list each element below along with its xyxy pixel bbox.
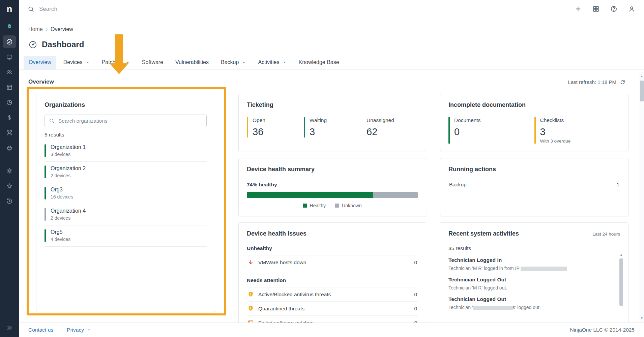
issue-row[interactable]: Active/Blocked antivirus threats 0 [247,287,418,301]
org-name: Organization 1 [51,144,207,150]
sidebar-item-favorites[interactable] [3,180,16,192]
issue-label: VMWare hosts down [258,259,306,266]
sidebar-item-settings[interactable] [3,164,16,177]
health-progress-bar [247,192,418,198]
page-title: Dashboard [42,40,84,49]
help-button[interactable] [610,5,617,12]
device-health-summary-title: Device health summary [247,166,418,173]
issue-label: Failed software patches [258,320,314,323]
gear-icon [6,167,13,174]
org-device-count: 2 devices [51,173,207,178]
tab-software[interactable]: Software [137,56,168,69]
user-profile-button[interactable] [628,5,635,12]
organizations-list: Organization 1 3 devices Organization 2 … [45,141,207,247]
page-header: Dashboard [19,32,644,49]
add-new-button[interactable] [575,5,582,12]
tab-devices[interactable]: Devices [58,56,95,69]
breadcrumb-home[interactable]: Home [28,26,43,32]
arrow-down-red-icon [247,259,254,266]
stat-value: 3 [540,126,620,137]
stat-label: Documents [454,117,534,123]
tab-label: Overview [29,59,51,65]
stat-label: Waiting [310,117,361,123]
sidebar-item-asset-discovery[interactable] [3,126,16,139]
organization-row[interactable]: Org3 16 devices [45,183,207,204]
tab-overview[interactable]: Overview [24,56,56,69]
chevron-down-icon [242,60,246,64]
contact-us-link[interactable]: Contact us [28,327,53,333]
issue-row[interactable]: Failed software patches 0 [247,315,418,323]
activity-title: Technician Logged In [448,257,610,263]
sidebar-item-dashboard[interactable] [3,35,16,48]
tab-activities[interactable]: Activities [253,56,291,69]
redacted-block [473,306,513,310]
tab-knowledge-base[interactable]: Knowledge Base [294,56,344,69]
ninjaone-logo[interactable]: n [7,0,12,18]
org-status-bar [45,187,46,200]
dashboard-gauge-icon [28,40,37,49]
tab-label: Activities [258,59,279,65]
sidebar-item-remote-tools[interactable] [3,81,16,94]
org-name: Org5 [51,229,207,235]
recent-activities-card: Recent system activities Last 24 hours 3… [440,222,628,323]
org-status-bar [45,229,46,242]
documentation-stat-checklists[interactable]: Checklists 3 With 3 overdue [534,117,620,144]
activity-item[interactable]: Technician Logged In Technician 'M R' lo… [448,257,620,271]
sidebar-expand-button[interactable] [3,321,16,334]
ticketing-stat-waiting[interactable]: Waiting 3 [304,117,361,137]
overview-section-header: Overview Last refresh: 1:18 PM [19,70,644,85]
chevron-down-icon [86,60,90,64]
activity-subtitle-text: s' logged out. [513,305,541,310]
ticketing-stat-open[interactable]: Open 36 [247,117,304,137]
organizations-search-input[interactable] [58,118,202,124]
org-name: Organization 2 [51,165,207,172]
tab-vulnerabilities[interactable]: Vulnerabilities [170,56,214,69]
sidebar-item-history[interactable] [3,195,16,208]
scrollbar-thumb[interactable] [619,258,623,306]
activity-item[interactable]: Technician Logged Out Technician 'M R' l… [448,277,620,290]
device-health-issues-title: Device health issues [247,230,418,237]
scroll-down-arrow[interactable]: ▼ [639,316,644,320]
sidebar-item-billing[interactable] [3,111,16,124]
activities-scrollbar[interactable]: ▲ [619,252,624,323]
sidebar-item-reports[interactable] [3,96,16,109]
org-status-bar [45,208,46,221]
organizations-search [45,115,207,127]
ticketing-title: Ticketing [247,101,418,109]
chevron-down-icon [283,60,287,64]
search-input[interactable] [39,6,181,12]
footer: Contact us Privacy NinjaOne LLC © 2014-2… [19,323,644,337]
organization-row[interactable]: Org5 4 devices [45,225,207,247]
documentation-stat-documents[interactable]: Documents 0 [448,117,534,144]
running-actions-card: Running actions Backup 1 [440,158,628,216]
sidebar-item-getting-started[interactable] [3,20,16,33]
privacy-link[interactable]: Privacy [67,327,91,333]
main-scrollbar[interactable]: ▲ ▼ [639,72,644,323]
unknown-swatch [335,204,339,208]
issue-row[interactable]: Quarantined threats 0 [247,301,418,315]
scroll-up-arrow[interactable]: ▲ [619,252,624,257]
sidebar-item-devices[interactable] [3,51,16,63]
sidebar-item-backup[interactable] [3,142,16,154]
shield-amber-icon [247,291,254,298]
legend-item-healthy: Healthy [303,203,326,208]
last-refresh-text: Last refresh: 1:18 PM [568,79,616,85]
scrollbar-thumb[interactable] [640,81,644,101]
organization-row[interactable]: Organization 4 2 devices [45,204,207,225]
ticketing-stat-unassigned[interactable]: Unassigned 62 [361,117,418,137]
apps-grid-button[interactable] [592,5,599,12]
sidebar-item-end-users[interactable] [3,66,16,79]
activities-results-count: 35 results [448,245,620,251]
overview-section-title: Overview [28,79,54,85]
organizations-title: Organizations [45,101,207,109]
issue-row[interactable]: VMWare hosts down 0 [247,255,418,269]
activity-item[interactable]: Technician Logged Out Technician 's' log… [448,296,620,310]
tab-patching[interactable]: Patching [97,56,135,69]
refresh-icon[interactable] [620,79,625,85]
running-action-row[interactable]: Backup 1 [448,176,620,193]
tab-backup[interactable]: Backup [216,56,251,69]
scroll-up-arrow[interactable]: ▲ [639,74,644,79]
org-name: Organization 4 [51,208,207,214]
organization-row[interactable]: Organization 1 3 devices [45,141,207,162]
organization-row[interactable]: Organization 2 2 devices [45,162,207,183]
